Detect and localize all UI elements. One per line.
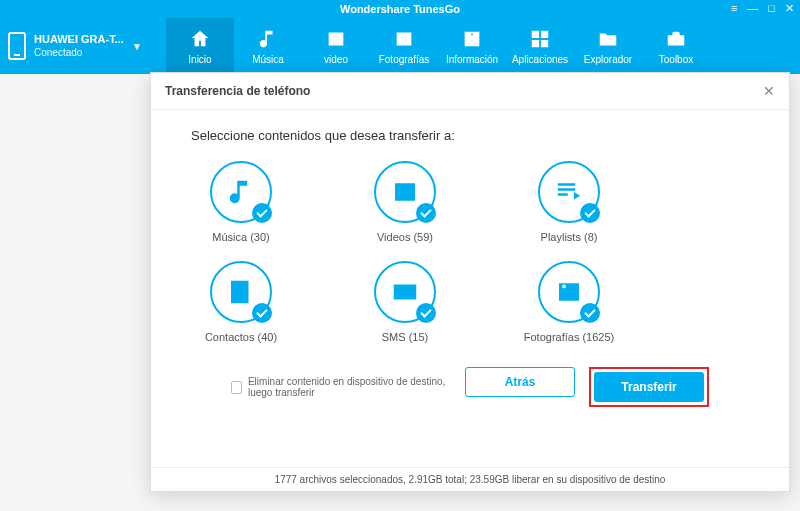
nav-label: Música (252, 54, 284, 65)
minimize-icon[interactable]: — (747, 2, 758, 15)
music-circle (210, 161, 272, 223)
videos-circle (374, 161, 436, 223)
contacts-icon (226, 277, 256, 307)
dialog-close-button[interactable]: ✕ (763, 83, 775, 99)
playlists-circle (538, 161, 600, 223)
delete-label: Eliminar contenido en dispositivo de des… (248, 376, 465, 398)
item-label: Música (30) (212, 231, 269, 243)
window-controls: ≡ — □ ✕ (731, 2, 794, 15)
dialog-header: Transferencia de teléfono ✕ (151, 73, 789, 110)
nav-label: Toolbox (659, 54, 693, 65)
playlists-icon (554, 177, 584, 207)
photos-icon (393, 28, 415, 50)
item-label: SMS (15) (382, 331, 428, 343)
item-label: Fotografías (1625) (524, 331, 615, 343)
dialog-prompt: Seleccione contenidos que desea transfer… (191, 128, 749, 143)
title-bar: Wondershare TunesGo ≡ — □ ✕ (0, 0, 800, 18)
transfer-highlight: Transferir (589, 367, 709, 407)
photos-circle (538, 261, 600, 323)
check-icon (252, 303, 272, 323)
check-icon (580, 203, 600, 223)
apps-icon (529, 28, 551, 50)
item-label: Playlists (8) (541, 231, 598, 243)
item-sms[interactable]: SMS (15) (355, 261, 455, 343)
toolbox-icon (665, 28, 687, 50)
transfer-dialog: Transferencia de teléfono ✕ Seleccione c… (150, 72, 790, 492)
settings-icon[interactable]: ≡ (731, 2, 737, 15)
check-icon (252, 203, 272, 223)
device-name: HUAWEI GRA-T... (34, 33, 124, 46)
chevron-down-icon: ▼ (132, 41, 142, 52)
nav-video[interactable]: video (302, 18, 370, 74)
music-icon (257, 28, 279, 50)
nav-info[interactable]: Información (438, 18, 506, 74)
nav-toolbox[interactable]: Toolbox (642, 18, 710, 74)
item-music[interactable]: Música (30) (191, 161, 291, 243)
item-label: Videos (59) (377, 231, 433, 243)
nav-label: Fotografías (379, 54, 430, 65)
nav-tabs: InicioMúsicavideoFotografíasInformaciónA… (166, 18, 710, 74)
item-videos[interactable]: Videos (59) (355, 161, 455, 243)
maximize-icon[interactable]: □ (768, 2, 775, 15)
photos-icon (554, 277, 584, 307)
device-selector[interactable]: HUAWEI GRA-T... Conectado ▼ (8, 18, 156, 74)
top-bar: HUAWEI GRA-T... Conectado ▼ InicioMúsica… (0, 18, 800, 74)
app-title: Wondershare TunesGo (340, 3, 460, 15)
check-icon (416, 203, 436, 223)
nav-music[interactable]: Música (234, 18, 302, 74)
info-icon (461, 28, 483, 50)
nav-explorer[interactable]: Explorador (574, 18, 642, 74)
item-playlists[interactable]: Playlists (8) (519, 161, 619, 243)
transfer-button[interactable]: Transferir (594, 372, 704, 402)
device-status: Conectado (34, 47, 124, 59)
checkbox-icon (231, 381, 242, 394)
check-icon (580, 303, 600, 323)
nav-apps[interactable]: Aplicaciones (506, 18, 574, 74)
item-contacts[interactable]: Contactos (40) (191, 261, 291, 343)
item-photos[interactable]: Fotografías (1625) (519, 261, 619, 343)
nav-home[interactable]: Inicio (166, 18, 234, 74)
nav-label: video (324, 54, 348, 65)
sms-icon (390, 277, 420, 307)
videos-icon (390, 177, 420, 207)
dialog-title: Transferencia de teléfono (165, 84, 310, 98)
close-icon[interactable]: ✕ (785, 2, 794, 15)
nav-label: Inicio (188, 54, 211, 65)
status-bar: 1777 archivos seleccionados, 2.91GB tota… (151, 467, 789, 491)
item-label: Contactos (40) (205, 331, 277, 343)
home-icon (189, 28, 211, 50)
content-grid: Música (30) Videos (59) Playlists (8) Co… (191, 161, 749, 361)
nav-label: Información (446, 54, 498, 65)
delete-checkbox[interactable]: Eliminar contenido en dispositivo de des… (231, 376, 465, 398)
explorer-icon (597, 28, 619, 50)
sms-circle (374, 261, 436, 323)
nav-label: Explorador (584, 54, 632, 65)
nav-photos[interactable]: Fotografías (370, 18, 438, 74)
phone-icon (8, 32, 26, 60)
video-icon (325, 28, 347, 50)
contacts-circle (210, 261, 272, 323)
nav-label: Aplicaciones (512, 54, 568, 65)
music-icon (226, 177, 256, 207)
back-button[interactable]: Atrás (465, 367, 575, 397)
check-icon (416, 303, 436, 323)
